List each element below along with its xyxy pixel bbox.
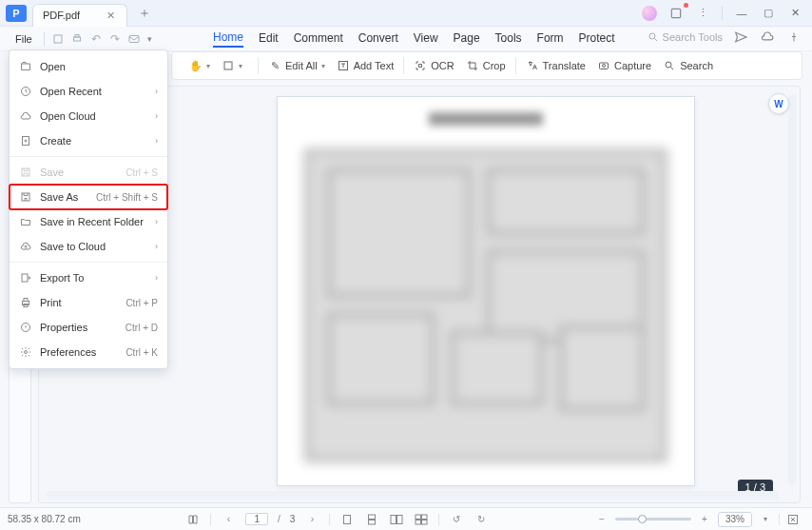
file-menu-open_recent[interactable]: Open Recent› [10, 79, 167, 104]
file-menu-print[interactable]: PrintCtrl + P [10, 290, 167, 315]
window-maximize[interactable]: ▢ [757, 4, 780, 23]
capture-button[interactable]: Capture [593, 56, 655, 75]
edit-all-button[interactable]: ✎Edit All▾ [264, 56, 329, 75]
search-button[interactable]: Search [659, 56, 717, 75]
pin-icon[interactable] [785, 29, 802, 45]
print-quick-icon[interactable] [68, 30, 87, 48]
save-quick-icon[interactable] [48, 30, 68, 48]
svg-rect-13 [22, 168, 29, 176]
notifications-icon[interactable] [665, 4, 687, 23]
pdf-page[interactable] [277, 96, 695, 486]
file-menu-preferences[interactable]: PreferencesCtrl + K [10, 340, 167, 364]
menu-tab-home[interactable]: Home [213, 30, 243, 48]
rotate-left-icon[interactable]: ↺ [449, 513, 464, 526]
zoom-in-icon[interactable]: + [697, 513, 712, 526]
read-mode-icon[interactable] [185, 513, 201, 526]
file-menu-properties[interactable]: PropertiesCtrl + D [10, 315, 167, 340]
redo-quick-icon[interactable]: ↷ [106, 30, 125, 48]
menu-tab-page[interactable]: Page [454, 31, 480, 47]
svg-point-9 [603, 65, 606, 68]
file-menu-open_cloud[interactable]: Open Cloud› [10, 104, 167, 128]
svg-rect-3 [75, 34, 79, 37]
zoom-out-icon[interactable]: − [594, 513, 609, 526]
page-total: 3 [290, 514, 296, 524]
rotate-right-icon[interactable]: ↻ [474, 513, 489, 526]
add-text-button[interactable]: Add Text [333, 56, 398, 75]
file-menu-create[interactable]: Create› [10, 128, 167, 153]
save-icon [19, 166, 32, 179]
chevron-right-icon: › [155, 87, 158, 96]
zoom-slider[interactable] [615, 518, 691, 520]
page-current[interactable]: 1 [245, 513, 268, 525]
translate-button[interactable]: Translate [522, 56, 590, 75]
search-tools-placeholder: Search Tools [663, 31, 723, 43]
page-next-icon[interactable]: › [304, 513, 319, 526]
menu-tab-comment[interactable]: Comment [294, 31, 343, 47]
floorplan-image-blurred [304, 148, 667, 462]
file-menu-label: Open Cloud [40, 110, 96, 122]
shortcut-label: Ctrl + Shift + S [96, 192, 158, 203]
file-menu-label: Save to Cloud [40, 241, 106, 252]
search-tools-field[interactable]: Search Tools [648, 31, 723, 43]
app-logo: P [6, 5, 27, 22]
undo-quick-icon[interactable]: ↶ [87, 30, 106, 48]
svg-point-20 [25, 351, 28, 354]
shortcut-label: Ctrl + S [126, 167, 158, 178]
menu-tab-tools[interactable]: Tools [495, 31, 522, 47]
zoom-value-field[interactable]: 33% [718, 512, 752, 527]
file-menu-save_as[interactable]: Save AsCtrl + Shift + S [10, 185, 167, 209]
file-menu-button[interactable]: File [8, 33, 40, 45]
document-tab[interactable]: PDF.pdf ✕ [32, 4, 127, 27]
svg-rect-28 [416, 520, 421, 524]
fit-page-icon[interactable] [785, 513, 801, 526]
new-tab-button[interactable]: ＋ [135, 4, 154, 23]
file-menu-open[interactable]: Open [10, 54, 167, 79]
file-dropdown-menu: OpenOpen Recent›Open Cloud›Create›SaveCt… [9, 49, 168, 369]
ai-orb-icon[interactable] [638, 4, 661, 23]
svg-rect-15 [22, 274, 28, 282]
menu-tab-edit[interactable]: Edit [259, 31, 279, 47]
file-menu-label: Save [40, 167, 64, 178]
hand-tool[interactable]: ✋▾ [185, 56, 214, 75]
window-minimize[interactable]: — [730, 4, 753, 23]
vertical-scrollbar[interactable] [788, 94, 796, 485]
view-single-icon[interactable] [339, 513, 355, 526]
shortcut-label: Ctrl + K [126, 347, 158, 358]
ocr-button[interactable]: OCR [410, 56, 457, 75]
cloud-icon[interactable] [759, 29, 776, 45]
statusbar: 58.35 x 80.72 cm ‹ 1 / 3 › ↺ ↻ − + 33% ▾ [0, 507, 812, 530]
menu-tab-view[interactable]: View [414, 31, 438, 47]
open-icon [19, 60, 32, 73]
view-continuous-icon[interactable] [364, 513, 379, 526]
file-menu-label: Save in Recent Folder [40, 216, 144, 227]
view-two-page-icon[interactable] [389, 513, 404, 526]
file-menu-save_cloud[interactable]: Save to Cloud› [10, 234, 167, 259]
page-prev-icon[interactable]: ‹ [221, 513, 236, 526]
file-menu-label: Properties [40, 322, 87, 333]
file-menu-export_to[interactable]: Export To› [10, 265, 167, 290]
quick-access-dropdown[interactable]: ▾ [144, 34, 156, 44]
zoom-dropdown-icon[interactable]: ▾ [758, 513, 773, 526]
menu-tab-convert[interactable]: Convert [358, 31, 398, 47]
chevron-right-icon: › [155, 111, 158, 121]
print-icon [19, 296, 32, 309]
svg-rect-6 [224, 62, 232, 69]
close-tab-icon[interactable]: ✕ [106, 10, 115, 22]
svg-rect-27 [422, 515, 428, 520]
more-icon[interactable]: ⋮ [691, 4, 714, 23]
view-two-continuous-icon[interactable] [414, 513, 429, 526]
menu-tab-protect[interactable]: Protect [579, 31, 615, 47]
svg-rect-23 [369, 520, 376, 524]
convert-to-word-badge[interactable]: W [768, 93, 789, 114]
cloud-icon [19, 109, 32, 123]
svg-point-10 [666, 62, 671, 68]
window-close[interactable]: ✕ [783, 4, 806, 23]
file-menu-save_recent_folder[interactable]: Save in Recent Folder› [10, 209, 167, 234]
send-icon[interactable] [732, 29, 749, 45]
horizontal-scrollbar[interactable] [47, 491, 779, 499]
svg-rect-25 [397, 515, 403, 523]
menu-tab-form[interactable]: Form [537, 31, 564, 47]
mail-quick-icon[interactable] [125, 30, 144, 48]
crop-button[interactable]: Crop [462, 56, 510, 75]
select-tool[interactable]: ▾ [218, 56, 246, 75]
